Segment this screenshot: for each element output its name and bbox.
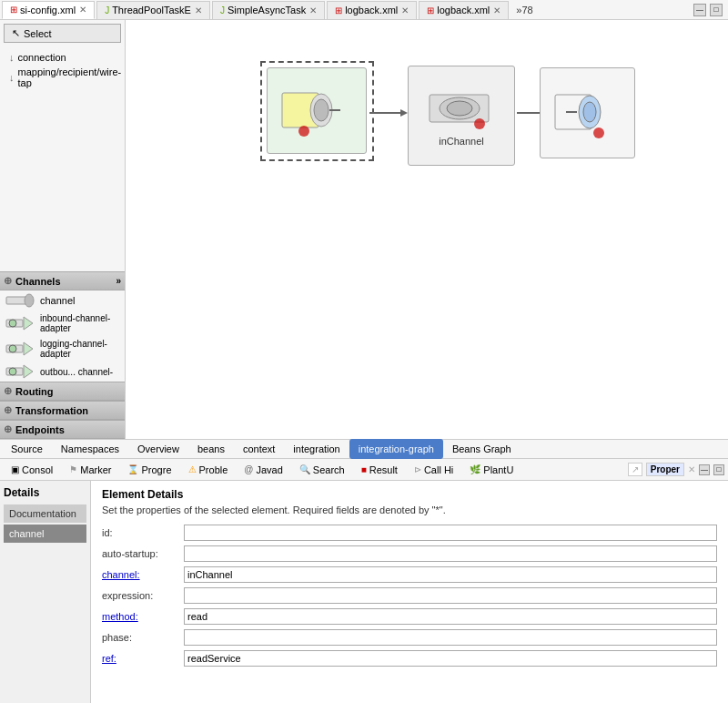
node1-icon <box>280 84 353 138</box>
close-icon[interactable]: ✕ <box>493 5 500 15</box>
field-label-method[interactable]: method: <box>102 611 184 622</box>
console-tab-plantu[interactable]: 🌿 PlantU <box>462 463 521 477</box>
select-button[interactable]: ↖ Select <box>4 24 121 43</box>
window-controls: — □ <box>693 4 726 16</box>
console-bar: ▣ Consol ⚑ Marker ⌛ Progre ⚠ Proble @ Ja… <box>0 459 728 481</box>
tab-namespaces[interactable]: Namespaces <box>52 439 128 459</box>
form-row-ref: ref: <box>102 650 717 667</box>
field-input-id[interactable] <box>184 525 717 541</box>
plantuml-icon: 🌿 <box>470 464 480 474</box>
svg-point-10 <box>9 368 16 375</box>
console-tab-result[interactable]: ■ Result <box>354 463 405 477</box>
tab-logback2[interactable]: ⊞ logback.xml ✕ <box>419 1 509 19</box>
details-item-documentation[interactable]: Documentation <box>4 504 86 523</box>
tab-source[interactable]: Source <box>2 439 52 459</box>
details-title: Details <box>4 486 86 499</box>
canvas-area[interactable]: inChannel <box>126 20 728 439</box>
svg-marker-3 <box>24 317 33 330</box>
field-label-id: id: <box>102 527 184 538</box>
close-icon: ✕ <box>688 464 695 474</box>
maximize-button[interactable]: □ <box>713 464 724 475</box>
field-label-expression: expression: <box>102 590 184 601</box>
main-area: ↖ Select ↓ connection ↓ mapping/recipien… <box>0 20 728 439</box>
field-label-phase: phase: <box>102 632 184 643</box>
field-input-method[interactable] <box>184 608 717 625</box>
proper-label: Proper <box>646 463 684 476</box>
tab-overview[interactable]: Overview <box>128 439 188 459</box>
cursor-icon: ↖ <box>12 27 20 39</box>
inbound-channel-icon <box>5 316 35 331</box>
minimize-button[interactable]: — <box>699 464 710 475</box>
tab-overflow[interactable]: »78 <box>511 3 538 17</box>
result-icon: ■ <box>361 464 367 474</box>
console-tab-problem[interactable]: ⚠ Proble <box>181 463 236 477</box>
field-input-ref[interactable] <box>184 650 717 667</box>
sidebar-channel-item[interactable]: channel <box>0 290 125 311</box>
diagram-node-3[interactable] <box>540 67 635 158</box>
tab-context[interactable]: context <box>234 439 284 459</box>
node2-icon <box>425 86 498 136</box>
arrow-1-2 <box>369 107 408 119</box>
close-icon[interactable]: ✕ <box>401 5 409 15</box>
tab-beans-graph[interactable]: Beans Graph <box>443 439 521 459</box>
console-tab-javadoc[interactable]: @ Javad <box>237 463 290 477</box>
sidebar-tree: ↓ connection ↓ mapping/recipient/wire-ta… <box>0 46 125 271</box>
close-icon[interactable]: ✕ <box>195 5 202 15</box>
diagram-node-1[interactable] <box>267 67 367 154</box>
element-details-description: Set the properties of the selected eleme… <box>102 504 717 515</box>
console-tab-marker[interactable]: ⚑ Marker <box>62 463 118 477</box>
tab-beans[interactable]: beans <box>188 439 234 459</box>
javadoc-icon: @ <box>244 464 253 474</box>
svg-point-1 <box>25 294 34 307</box>
console-tab-callhi[interactable]: ⊳ Call Hi <box>407 463 460 477</box>
details-item-channel[interactable]: channel <box>4 525 86 543</box>
problem-icon: ⚠ <box>188 464 197 474</box>
svg-marker-17 <box>400 109 408 117</box>
diagram-node-2[interactable]: inChannel <box>408 66 515 166</box>
minimize-button[interactable]: — <box>693 4 706 16</box>
close-icon[interactable]: ✕ <box>79 5 86 15</box>
arrow-icon: ↓ <box>9 72 15 83</box>
export-icon[interactable]: ↗ <box>628 463 642 476</box>
console-tab-search[interactable]: 🔍 Search <box>292 463 352 477</box>
sidebar-logging-channel-adapter[interactable]: logging-channel-adapter <box>0 336 125 362</box>
bottom-tab-bar: Source Namespaces Overview beans context… <box>0 439 728 459</box>
tab-integration-graph[interactable]: integration-graph <box>349 439 443 459</box>
svg-point-21 <box>474 118 485 129</box>
console-icon: ▣ <box>11 464 19 474</box>
tab-threadpool[interactable]: J ThreadPoolTaskE ✕ <box>96 1 210 19</box>
tab-simpleasync[interactable]: J SimpleAsyncTask ✕ <box>212 1 325 19</box>
sidebar-section-channels[interactable]: ⊕ Channels » <box>0 271 125 290</box>
java-icon: J <box>105 5 109 15</box>
svg-point-20 <box>447 101 472 116</box>
section-icon: ⊕ <box>4 423 12 435</box>
form-row-expression: expression: <box>102 587 717 604</box>
sidebar-item-connection[interactable]: ↓ connection <box>5 50 119 65</box>
svg-point-28 <box>593 127 604 138</box>
field-label-ref[interactable]: ref: <box>102 653 184 664</box>
callhierarchy-icon: ⊳ <box>414 464 421 474</box>
sidebar-outbound-channel-adapter[interactable]: outbou... channel- <box>0 362 125 382</box>
properties-panel: Details Documentation channel Element De… <box>0 481 728 703</box>
field-label-channel[interactable]: channel: <box>102 569 184 580</box>
element-details-panel: Element Details Set the properties of th… <box>91 481 728 703</box>
node3-icon <box>553 86 622 140</box>
field-input-expression[interactable] <box>184 587 717 604</box>
sidebar-item-mapping[interactable]: ↓ mapping/recipient/wire-tap <box>5 65 119 90</box>
svg-marker-6 <box>24 342 33 355</box>
sidebar-section-routing[interactable]: ⊕ Routing <box>0 382 125 401</box>
maximize-button[interactable]: □ <box>710 4 723 16</box>
sidebar-section-endpoints[interactable]: ⊕ Endpoints <box>0 420 125 439</box>
field-input-autostartup[interactable] <box>184 545 717 562</box>
close-icon[interactable]: ✕ <box>309 5 317 15</box>
form-row-method: method: <box>102 608 717 625</box>
sidebar-section-transformation[interactable]: ⊕ Transformation <box>0 401 125 420</box>
field-input-channel[interactable] <box>184 566 717 583</box>
tab-integration[interactable]: integration <box>284 439 349 459</box>
sidebar-inbound-channel-adapter[interactable]: inbound-channel-adapter <box>0 311 125 336</box>
field-input-phase[interactable] <box>184 629 717 646</box>
console-tab-consol[interactable]: ▣ Consol <box>4 463 60 477</box>
tab-logback1[interactable]: ⊞ logback.xml ✕ <box>327 1 417 19</box>
tab-si-config[interactable]: ⊞ si-config.xml ✕ <box>2 1 95 19</box>
console-tab-progress[interactable]: ⌛ Progre <box>120 463 178 477</box>
